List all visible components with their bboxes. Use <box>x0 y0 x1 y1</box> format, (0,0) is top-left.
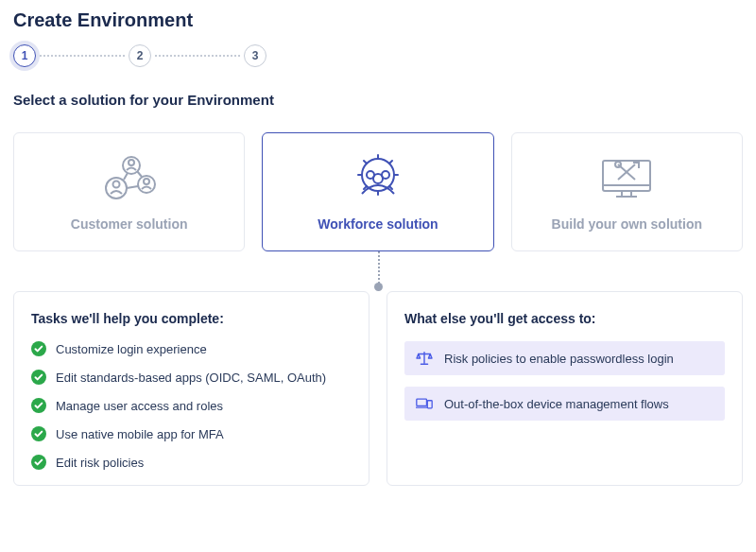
task-item-label: Edit standards-based apps (OIDC, SAML, O… <box>56 371 326 385</box>
scales-icon <box>416 351 433 366</box>
step-connector <box>155 55 240 57</box>
solution-card-label: Build your own solution <box>552 216 702 232</box>
devices-icon <box>416 396 433 411</box>
access-item: Risk policies to enable passwordless log… <box>404 341 725 375</box>
access-item: Out-of-the-box device management flows <box>404 387 725 421</box>
svg-line-6 <box>124 173 128 180</box>
people-network-icon <box>99 152 160 203</box>
svg-rect-39 <box>427 401 432 408</box>
check-icon <box>31 398 46 413</box>
check-icon <box>31 370 46 385</box>
access-item-label: Risk policies to enable passwordless log… <box>444 352 674 366</box>
task-item-label: Customize login experience <box>56 342 207 356</box>
task-item: Edit standards-based apps (OIDC, SAML, O… <box>31 370 352 385</box>
access-panel-title: What else you'll get access to: <box>404 311 725 326</box>
tasks-panel-title: Tasks we'll help you complete: <box>31 311 352 326</box>
svg-line-8 <box>127 186 138 188</box>
tasks-panel: Tasks we'll help you complete: Customize… <box>13 291 369 486</box>
step-3[interactable]: 3 <box>244 44 266 67</box>
task-item-label: Manage user access and roles <box>56 399 223 413</box>
svg-point-1 <box>112 181 119 188</box>
detail-panels: Tasks we'll help you complete: Customize… <box>13 291 743 486</box>
access-panel: What else you'll get access to: Risk pol… <box>387 291 743 486</box>
page-title: Create Environment <box>13 0 743 31</box>
svg-point-20 <box>373 174 383 183</box>
task-item: Edit risk policies <box>31 455 352 470</box>
access-list: Risk policies to enable passwordless log… <box>404 341 725 421</box>
svg-line-16 <box>389 161 392 164</box>
task-item: Manage user access and roles <box>31 398 352 413</box>
check-icon <box>31 341 46 356</box>
task-list: Customize login experience Edit standard… <box>31 341 352 470</box>
solution-cards: Customer solution <box>13 132 743 251</box>
solution-card-workforce[interactable]: Workforce solution <box>262 132 493 251</box>
monitor-tools-icon <box>595 152 658 203</box>
task-item: Customize login experience <box>31 341 352 356</box>
svg-rect-21 <box>603 161 650 191</box>
svg-point-5 <box>144 179 149 184</box>
task-item-label: Edit risk policies <box>56 456 144 470</box>
gear-people-icon <box>345 152 411 203</box>
stepper: 1 2 3 <box>13 44 743 67</box>
access-item-label: Out-of-the-box device management flows <box>444 397 669 411</box>
svg-rect-37 <box>417 399 427 405</box>
solution-card-label: Customer solution <box>71 216 188 232</box>
step-connector <box>40 55 125 57</box>
check-icon <box>31 426 46 441</box>
step-1[interactable]: 1 <box>13 44 36 67</box>
task-item-label: Use native mobile app for MFA <box>56 427 224 441</box>
check-icon <box>31 455 46 470</box>
solution-card-build-your-own[interactable]: Build your own solution <box>511 132 743 251</box>
solution-card-label: Workforce solution <box>318 216 438 232</box>
svg-line-14 <box>364 161 367 164</box>
task-item: Use native mobile app for MFA <box>31 426 352 441</box>
svg-line-7 <box>137 171 142 177</box>
solution-card-customer[interactable]: Customer solution <box>13 132 245 251</box>
section-subtitle: Select a solution for your Environment <box>13 92 743 108</box>
step-2[interactable]: 2 <box>129 44 151 67</box>
svg-point-3 <box>129 160 134 165</box>
